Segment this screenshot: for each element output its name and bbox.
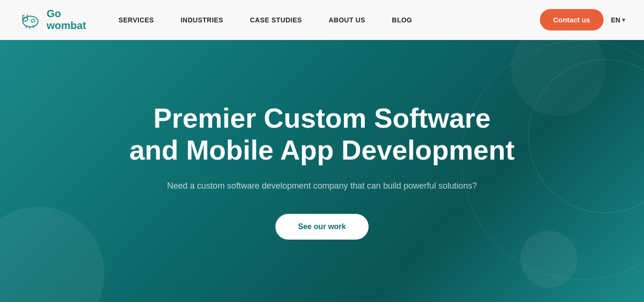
logo-text: Go wombat [47,8,86,31]
header: Go wombat SERVICES INDUSTRIES CASE STUDI… [0,0,644,40]
contact-button[interactable]: Contact us [540,9,604,30]
logo[interactable]: Go wombat [19,8,86,31]
logo-wombat-icon [19,9,42,31]
nav-item-services[interactable]: SERVICES [105,16,167,24]
svg-point-2 [31,19,35,22]
nav-item-industries[interactable]: INDUSTRIES [167,16,237,24]
language-label: EN [611,16,620,24]
nav-item-blog[interactable]: BLOG [379,16,425,24]
see-our-work-button[interactable]: See our work [275,214,369,240]
hero-decoration-1 [0,207,105,302]
svg-line-5 [33,25,34,28]
chevron-down-icon: ▾ [622,17,625,23]
main-nav: SERVICES INDUSTRIES CASE STUDIES ABOUT U… [105,16,540,24]
hero-subtitle: Need a custom software development compa… [127,181,517,191]
nav-item-case-studies[interactable]: CASE STUDIES [236,16,315,24]
language-selector[interactable]: EN ▾ [611,16,625,24]
header-right: Contact us EN ▾ [540,9,625,30]
hero-content: Premier Custom Software and Mobile App D… [108,74,536,268]
hero-title: Premier Custom Software and Mobile App D… [127,102,517,166]
nav-item-about-us[interactable]: ABOUT US [315,16,379,24]
hero-section: Premier Custom Software and Mobile App D… [0,40,644,302]
